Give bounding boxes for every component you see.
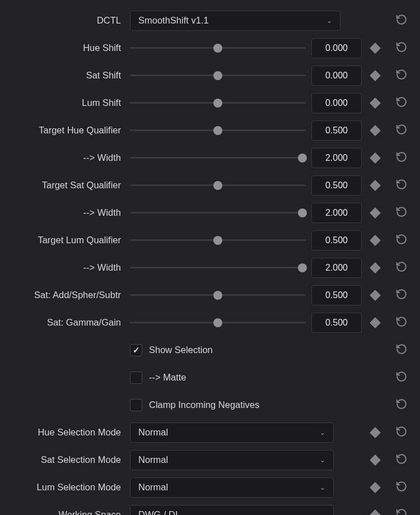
checkbox[interactable] [130,372,142,384]
checkbox-row: Clamp Incoming Negatives [6,391,414,419]
mode-label: Working Space [6,509,130,515]
value-input[interactable] [311,148,362,168]
value-input[interactable] [311,175,362,196]
param-label: Lum Shift [6,98,130,108]
slider-thumb[interactable] [213,236,222,245]
value-input[interactable] [311,285,362,305]
reset-button[interactable] [395,123,408,138]
param-label: Target Sat Qualifier [6,180,130,191]
value-input[interactable] [311,258,362,278]
slider[interactable] [130,318,306,328]
keyframe-diamond-icon[interactable] [370,207,381,219]
keyframe-diamond-icon[interactable] [370,427,381,438]
reset-button[interactable] [395,233,408,248]
slider-row: Target Lum Qualifier [6,226,414,254]
param-label: Target Lum Qualifier [6,235,130,245]
slider-thumb[interactable] [298,263,307,272]
slider[interactable] [130,153,306,163]
slider[interactable] [130,263,306,273]
reset-button[interactable] [395,151,408,165]
mode-label: Sat Selection Mode [6,454,130,465]
slider[interactable] [130,235,306,245]
reset-button[interactable] [395,480,408,495]
slider-row: Target Sat Qualifier [6,171,414,199]
chevron-down-icon: ⌄ [320,484,325,491]
reset-button[interactable] [395,425,408,440]
slider[interactable] [130,98,306,108]
value-input[interactable] [311,203,362,223]
slider-thumb[interactable] [213,291,222,300]
dctl-dropdown[interactable]: SmoothShift v1.1⌄ [130,11,340,31]
keyframe-diamond-icon[interactable] [370,482,381,493]
mode-dropdown[interactable]: Normal⌄ [130,450,334,470]
slider-thumb[interactable] [298,154,307,163]
reset-button[interactable] [395,96,408,110]
reset-button[interactable] [395,206,408,220]
keyframe-diamond-icon[interactable] [370,509,381,515]
reset-button[interactable] [395,398,408,412]
mode-row: Working SpaceDWG / DI⌄ [6,501,414,515]
reset-button[interactable] [395,343,408,358]
chevron-down-icon: ⌄ [320,511,325,516]
mode-label: Hue Selection Mode [6,427,130,438]
checkbox-row: --> Matte [6,364,414,391]
mode-row: Lum Selection ModeNormal⌄ [6,474,414,501]
reset-button[interactable] [395,453,408,467]
slider[interactable] [130,43,306,53]
reset-button[interactable] [395,261,408,275]
checkbox[interactable] [130,344,142,356]
slider[interactable] [130,71,306,81]
keyframe-diamond-icon[interactable] [370,317,381,328]
value-input[interactable] [311,93,362,113]
slider-thumb[interactable] [213,99,222,108]
slider-row: --> Width [6,199,414,226]
keyframe-diamond-icon[interactable] [370,70,381,81]
checkbox[interactable] [130,399,142,411]
slider-row: --> Width [6,254,414,281]
keyframe-diamond-icon[interactable] [370,235,381,246]
keyframe-diamond-icon[interactable] [370,125,381,136]
slider[interactable] [130,290,306,300]
keyframe-diamond-icon[interactable] [370,152,381,164]
slider-thumb[interactable] [298,208,307,217]
keyframe-diamond-icon[interactable] [370,180,381,191]
keyframe-diamond-icon[interactable] [370,290,381,301]
slider[interactable] [130,180,306,191]
slider-row: --> Width [6,144,414,171]
slider[interactable] [130,126,306,136]
keyframe-diamond-icon[interactable] [370,98,381,109]
value-input[interactable] [311,313,362,333]
slider-thumb[interactable] [213,126,222,135]
mode-dropdown[interactable]: DWG / DI⌄ [130,505,334,516]
dctl-label: DCTL [6,15,130,26]
keyframe-diamond-icon[interactable] [370,454,381,466]
reset-button[interactable] [395,370,408,385]
chevron-down-icon: ⌄ [320,456,325,464]
value-input[interactable] [311,66,362,86]
reset-button[interactable] [395,288,408,303]
slider-thumb[interactable] [213,71,222,80]
mode-row: Hue Selection ModeNormal⌄ [6,419,414,446]
slider-row: Sat: Add/Spher/Subtr [6,281,414,309]
mode-dropdown[interactable]: Normal⌄ [130,477,334,498]
slider-track [130,212,306,214]
reset-button[interactable] [395,316,408,330]
mode-dropdown[interactable]: Normal⌄ [130,423,334,443]
value-input[interactable] [311,230,362,250]
reset-button[interactable] [395,178,408,193]
checkbox-label: --> Matte [149,372,186,383]
mode-dropdown-text: Normal [138,482,320,493]
reset-button[interactable] [395,68,408,83]
slider-thumb[interactable] [213,181,222,190]
slider[interactable] [130,208,306,218]
slider-thumb[interactable] [213,318,222,327]
reset-button[interactable] [395,508,408,516]
keyframe-diamond-icon[interactable] [370,262,381,273]
slider-thumb[interactable] [213,44,222,53]
reset-button[interactable] [395,13,408,28]
param-label: Target Hue Qualifier [6,125,130,136]
keyframe-diamond-icon[interactable] [370,43,381,54]
value-input[interactable] [311,120,362,141]
reset-button[interactable] [395,41,408,55]
value-input[interactable] [311,38,362,58]
